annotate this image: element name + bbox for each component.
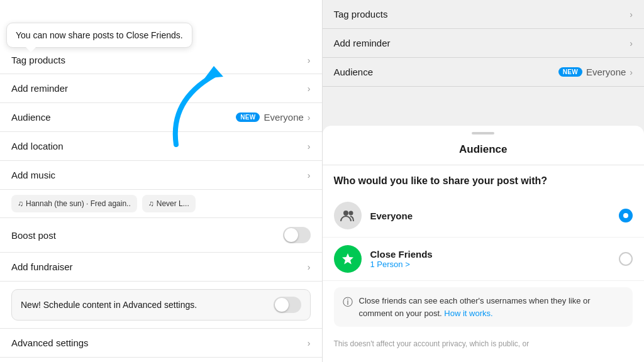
audience-option-close-friends[interactable]: Close Friends 1 Person > (323, 238, 645, 281)
boost-post-label: Boost post (11, 230, 56, 241)
audience-right-value-group: NEW Everyone › (558, 67, 633, 77)
schedule-toggle[interactable] (274, 297, 301, 313)
close-friends-tooltip: You can now share posts to Close Friends… (6, 23, 192, 48)
new-badge-right: NEW (558, 67, 582, 77)
info-icon: ⓘ (343, 296, 353, 309)
add-reminder-label: Add reminder (11, 83, 68, 94)
advanced-settings-item[interactable]: Advanced settings › (0, 329, 322, 358)
boost-toggle[interactable] (283, 227, 311, 243)
schedule-tooltip: New! Schedule content in Advanced settin… (11, 289, 311, 321)
add-fundraiser-chevron: › (308, 262, 311, 272)
add-location-item[interactable]: Add location › (0, 132, 322, 161)
info-box: ⓘ Close friends can see each other's use… (334, 287, 633, 327)
music-text-1: Hannah (the sun) · Fred again.. (26, 199, 131, 208)
left-panel: You can now share posts to Close Friends… (0, 0, 323, 362)
add-music-label: Add music (11, 170, 55, 180)
music-chip-1[interactable]: ♫ Hannah (the sun) · Fred again.. (11, 195, 137, 212)
audience-bottom-sheet: Audience Who would you like to share you… (323, 126, 645, 362)
audience-right[interactable]: Audience NEW Everyone › (323, 58, 645, 87)
share-question: Who would you like to share your post wi… (323, 165, 645, 194)
close-friends-icon (334, 245, 362, 273)
tag-products-item[interactable]: Tag products › (0, 47, 322, 74)
audience-value: Everyone (264, 112, 303, 123)
music-strip: ♫ Hannah (the sun) · Fred again.. ♫ Neve… (0, 190, 322, 218)
toggle-knob (284, 228, 298, 242)
sheet-title: Audience (323, 143, 645, 165)
music-note-2: ♫ (148, 199, 154, 208)
add-location-label: Add location (11, 141, 64, 151)
audience-label: Audience (11, 112, 51, 123)
tag-products-chevron: › (308, 55, 311, 65)
audience-option-everyone[interactable]: Everyone (323, 194, 645, 238)
add-location-chevron: › (308, 141, 311, 151)
everyone-label: Everyone (370, 211, 611, 221)
advanced-settings-chevron: › (308, 338, 311, 348)
svg-point-2 (348, 211, 353, 216)
svg-point-1 (343, 211, 348, 216)
svg-marker-3 (342, 253, 353, 265)
audience-right: NEW Everyone › (236, 112, 310, 123)
new-badge: NEW (236, 112, 260, 122)
schedule-tooltip-text: New! Schedule content in Advanced settin… (21, 300, 197, 310)
audience-right-chevron: › (630, 67, 633, 77)
sheet-handle (472, 132, 494, 134)
add-reminder-right[interactable]: Add reminder › (323, 29, 645, 58)
audience-right-value: Everyone (586, 67, 626, 77)
audience-item[interactable]: Audience NEW Everyone › (0, 103, 322, 132)
add-fundraiser-label: Add fundraiser (11, 261, 73, 272)
add-reminder-item[interactable]: Add reminder › (0, 74, 322, 103)
everyone-icon (334, 202, 362, 229)
tag-products-right-chevron: › (630, 9, 633, 19)
left-menu-list: Tag products › Add reminder › Audience N… (0, 47, 322, 358)
music-note-1: ♫ (18, 199, 23, 208)
audience-right-label: Audience (334, 67, 374, 77)
music-text-2: Never L... (157, 199, 189, 208)
tag-products-label: Tag products (11, 55, 65, 65)
tag-products-right[interactable]: Tag products › (323, 0, 645, 29)
right-menu-list: Tag products › Add reminder › Audience N… (323, 0, 645, 87)
boost-post-item[interactable]: Boost post (0, 218, 322, 253)
add-reminder-chevron: › (308, 84, 311, 94)
add-music-item[interactable]: Add music › (0, 161, 322, 190)
schedule-toggle-knob (275, 298, 289, 312)
everyone-radio-selected[interactable] (619, 209, 633, 222)
add-reminder-right-label: Add reminder (334, 38, 391, 48)
add-fundraiser-item[interactable]: Add fundraiser › (0, 253, 322, 282)
add-music-chevron: › (308, 170, 311, 180)
close-friends-radio[interactable] (619, 252, 633, 266)
right-panel: Tag products › Add reminder › Audience N… (323, 0, 645, 362)
close-friends-label: Close Friends 1 Person > (370, 249, 611, 269)
privacy-note: This doesn't affect your account privacy… (323, 333, 645, 349)
tag-products-right-label: Tag products (334, 9, 388, 19)
audience-chevron: › (308, 112, 311, 123)
info-text: Close friends can see each other's usern… (359, 295, 625, 319)
add-reminder-right-chevron: › (630, 38, 633, 48)
music-chip-2[interactable]: ♫ Never L... (142, 195, 196, 212)
how-it-works-link[interactable]: How it works. (444, 309, 492, 318)
advanced-settings-label: Advanced settings (11, 337, 89, 348)
